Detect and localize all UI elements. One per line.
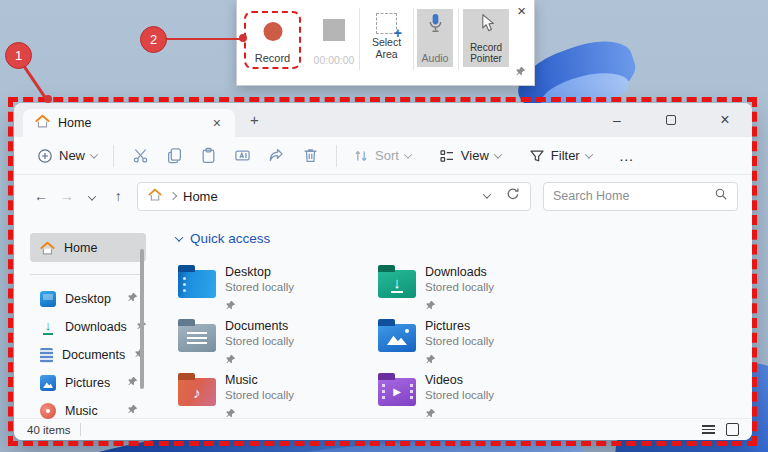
sidebar-item-music[interactable]: Music [14,397,160,425]
audio-toggle-button[interactable]: Audio [417,9,453,67]
documents-icon [40,348,53,363]
delete-button[interactable] [293,142,327,169]
folder-status: Stored locally [225,280,294,295]
tab-label: Home [58,116,209,130]
divider [359,8,360,70]
new-button[interactable]: New [30,143,104,169]
tab-home[interactable]: Home × [23,109,235,137]
sidebar-item-downloads[interactable]: Downloads [14,313,160,341]
cursor-arrow-icon [478,13,494,38]
address-box[interactable]: Home [137,182,531,211]
sidebar-item-home[interactable]: Home [30,233,146,262]
folder-status: Stored locally [225,388,294,403]
folder-tile-desktop[interactable]: Desktop Stored locally [178,261,378,315]
maximize-button[interactable] [644,112,698,128]
pin-toolbar-icon[interactable] [515,63,526,81]
home-icon [148,187,162,205]
search-icon[interactable] [714,187,728,205]
up-button[interactable]: ↑ [105,188,131,204]
sidebar-item-documents[interactable]: Documents [14,341,160,369]
sidebar-scrollbar[interactable] [140,249,144,389]
folder-name: Music [225,372,294,388]
address-dropdown-icon[interactable] [483,190,491,198]
music-icon [40,403,56,419]
paste-button[interactable] [191,142,225,169]
large-icons-view-button[interactable] [726,423,739,436]
pictures-icon [40,375,56,391]
sidebar-item-label: Desktop [65,292,111,306]
stop-square-icon [323,19,345,41]
close-icon[interactable]: × [517,3,526,18]
recording-timer: 00:00:00 [314,54,355,66]
address-bar: ← → ↑ Home [14,175,752,217]
tab-strip: Home × + – × [14,103,752,137]
sidebar-item-desktop[interactable]: Desktop [14,285,160,313]
trash-icon [302,147,319,164]
folder-name: Videos [425,372,494,388]
home-icon [35,114,50,132]
folder-name: Desktop [225,264,294,280]
breadcrumb[interactable]: Home [183,189,218,204]
marker-2-leader-line [164,38,244,41]
divider [113,145,114,167]
share-button[interactable] [259,142,293,169]
chevron-down-icon [494,150,502,158]
marker-1-leader-dot [44,95,52,103]
back-button[interactable]: ← [28,188,54,204]
details-view-button[interactable] [702,425,715,434]
select-area-button[interactable]: + Select Area [363,9,410,69]
pin-icon [225,405,294,423]
record-pointer-label: Record Pointer [465,42,507,64]
cut-button[interactable] [123,142,157,169]
sort-button[interactable]: Sort [346,143,418,169]
breadcrumb-chevron-icon [169,192,177,200]
filter-funnel-icon [529,148,545,164]
new-tab-button[interactable]: + [250,111,259,128]
documents-folder-icon [178,324,216,352]
rename-button[interactable] [225,142,259,169]
pictures-folder-icon [378,324,416,352]
quick-access-label: Quick access [190,231,270,246]
quick-access-header[interactable]: Quick access [176,231,270,246]
rename-icon [234,147,251,164]
folder-tile-documents[interactable]: Documents Stored locally [178,315,378,369]
pin-icon [127,292,138,306]
forward-button[interactable]: → [54,188,80,204]
search-input[interactable] [553,189,714,203]
record-button[interactable]: Record [244,11,301,69]
annotation-marker-2: 2 [140,26,167,53]
folder-status: Stored locally [425,280,494,295]
quick-access-grid: Desktop Stored locally Downloads Stored … [178,261,578,423]
desktop-icon [40,291,56,307]
chevron-down-icon [88,192,96,200]
minimize-button[interactable]: – [590,112,644,128]
refresh-icon[interactable] [506,187,520,205]
folder-tile-pictures[interactable]: Pictures Stored locally [378,315,578,369]
record-pointer-toggle-button[interactable]: Record Pointer [463,9,509,67]
close-window-button[interactable]: × [698,111,752,129]
music-folder-icon [178,378,216,406]
pin-icon [127,404,138,418]
chevron-down-icon [175,233,183,241]
folder-tile-downloads[interactable]: Downloads Stored locally [378,261,578,315]
copy-button[interactable] [157,142,191,169]
more-options-button[interactable]: … [613,147,641,164]
sidebar-home-label: Home [64,241,97,255]
folder-name: Documents [225,318,294,334]
folder-tile-music[interactable]: Music Stored locally [178,369,378,423]
folder-status: Stored locally [225,334,294,349]
folder-tile-videos[interactable]: Videos Stored locally [378,369,578,423]
divider [458,8,459,70]
stop-button[interactable]: 00:00:00 [311,11,357,69]
recent-locations-button[interactable] [80,188,106,204]
sidebar-item-label: Downloads [65,320,127,334]
view-button[interactable]: View [432,143,508,169]
pin-icon [225,297,294,315]
sidebar-item-pictures[interactable]: Pictures [14,369,160,397]
view-icon [439,148,455,164]
downloads-icon [40,319,56,335]
filter-label: Filter [551,148,580,163]
tab-close-icon[interactable]: × [209,115,225,131]
filter-button[interactable]: Filter [522,143,599,169]
command-toolbar: New [14,137,752,175]
